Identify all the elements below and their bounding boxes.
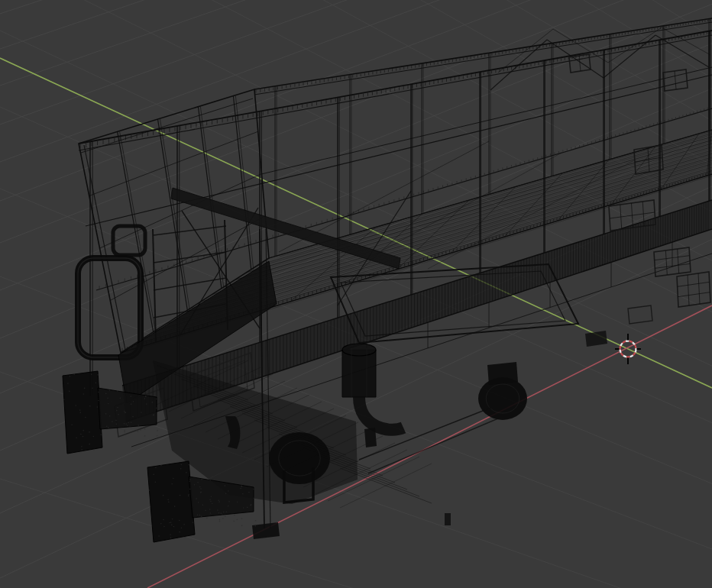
blender-3d-viewport[interactable]: 3D Viewport (Wireframe): [0, 0, 712, 588]
viewport-canvas[interactable]: [0, 0, 712, 588]
